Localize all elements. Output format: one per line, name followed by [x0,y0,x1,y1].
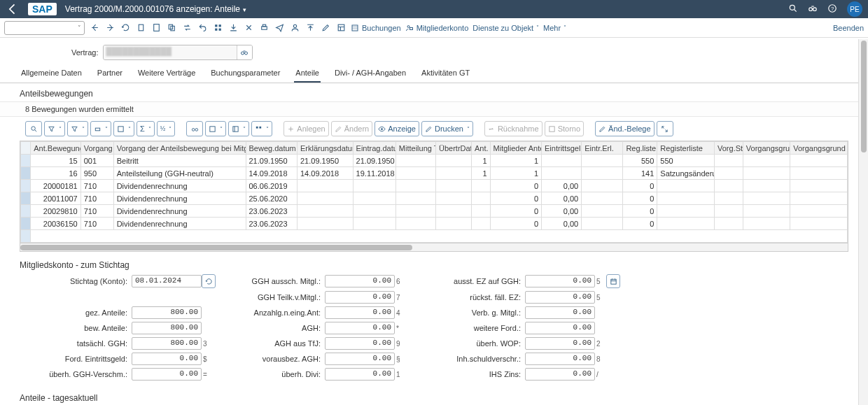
mitgliederkonto-link[interactable]: Mitgliederkonto [405,24,469,32]
field-value[interactable]: 800.00 [132,306,202,319]
grid-icon[interactable] [212,22,223,34]
ruecknahme-button[interactable]: Rücknahme [484,121,542,136]
tab-buchungsparameter[interactable]: Buchungsparameter [209,66,281,83]
avatar[interactable]: PE [847,1,862,17]
edit-icon[interactable] [320,22,331,34]
table-row[interactable]: 15001Beitritt21.09.195021.09.195021.09.1… [21,155,848,167]
sum-button[interactable]: Σ˅ [136,121,155,136]
view-button[interactable]: ˅ [113,121,134,136]
col-mitteilung-tod[interactable]: Mitteilung Tod [396,142,435,155]
col-eintr-erl[interactable]: Eintr.Erl. [582,142,623,155]
anlegen-button[interactable]: Anlegen [284,121,328,136]
command-field[interactable]: ˅ [4,21,85,35]
field-value[interactable]: 0.00 [525,337,595,350]
field-value[interactable]: 0.00 [325,368,395,381]
icon-button[interactable] [606,274,620,288]
tab-aktivitaeten[interactable]: Aktivitäten GT [420,66,471,83]
field-value[interactable]: 800.00 [132,322,202,334]
field-value[interactable]: 0.00 [525,306,595,319]
binoculars-icon[interactable] [808,3,818,15]
tab-partner[interactable]: Partner [96,66,124,83]
field-value[interactable]: 800.00 [132,337,202,350]
anzeige-button[interactable]: Anzeige [374,121,419,136]
beenden-link[interactable]: Beenden [833,24,864,32]
col-vorg-st[interactable]: Vorg.St. [715,142,743,155]
help-icon[interactable]: ? [827,3,837,15]
field-value[interactable]: 0.00 [525,368,595,381]
settings-button[interactable]: ˅ [251,121,272,136]
layout-button[interactable]: ˅ [228,121,249,136]
field-value[interactable]: 0.00 [525,291,595,304]
aendern-button[interactable]: Ändern [331,121,372,136]
filter-button[interactable]: ˅ [44,121,65,136]
copy-icon[interactable] [166,22,177,34]
select-all[interactable] [21,142,31,155]
export-button[interactable]: ˅ [205,121,226,136]
table-row[interactable]: 16950Anteilsteilung (GGH-neutral)14.09.2… [21,167,848,180]
tab-weitere-vertraege[interactable]: Weitere Verträge [136,66,197,83]
nav-back-icon[interactable] [89,22,100,34]
filter2-button[interactable]: ˅ [67,121,88,136]
field-value[interactable]: 0.00 [525,322,595,334]
col-mitglieder-anteile[interactable]: Mitglieder Anteile [490,142,541,155]
field-value[interactable]: 0.00 [325,353,395,365]
table-h-scrollbar[interactable] [20,243,848,251]
dienste-dropdown[interactable]: Dienste zu Objekt ˅ [472,24,539,32]
layout-icon[interactable] [335,22,346,34]
icon-button[interactable] [202,274,216,288]
storno-button[interactable]: Storno [545,121,584,136]
user-icon[interactable] [289,22,300,34]
tab-anteile[interactable]: Anteile [294,66,321,83]
find-button[interactable] [186,121,203,136]
back-icon[interactable] [6,2,20,16]
tab-allgemeine[interactable]: Allgemeine Daten [20,66,83,83]
col-eintrittsgeld[interactable]: Eintrittsgeld [542,142,582,155]
detail-button[interactable] [25,121,42,136]
page-title[interactable]: Vertrag 2000/M.2000.001076 anzeigen: Ant… [65,4,788,14]
col-beweg-datum[interactable]: Beweg.datum [246,142,297,155]
field-value[interactable]: 0.00 [132,353,202,365]
table-row[interactable]: 20036150710Dividendenrechnung23.06.20230… [21,218,848,230]
contract-search-button[interactable] [237,45,252,59]
tool-icon[interactable] [243,22,254,34]
clipboard-icon[interactable] [135,22,146,34]
field-value[interactable]: 0.00 [325,291,395,304]
field-value[interactable]: 0.00 [525,353,595,365]
col-registerliste[interactable]: Registerliste [657,142,715,155]
doc-icon[interactable] [150,22,162,34]
table-row[interactable]: 20011007710Dividendenrechnung25.06.20200… [21,192,848,205]
col-uebertrdat[interactable]: ÜbertrDat [435,142,471,155]
field-value[interactable]: 0.00 [325,275,395,287]
col-vorgangsgrund[interactable]: Vorgangsgrund [743,142,790,155]
field-value[interactable]: 0.00 [325,306,395,319]
col-erklaerungsdatum[interactable]: Erklärungsdatum [297,142,353,155]
col-reg-liste[interactable]: Reg.liste [623,142,657,155]
undo-icon[interactable] [197,22,208,34]
table-row[interactable]: 20029810710Dividendenrechnung23.06.20230… [21,205,848,218]
refresh-icon[interactable] [120,22,131,34]
col-ant[interactable]: Ant. [472,142,491,155]
field-value[interactable]: 0.00 [525,275,595,287]
download-icon[interactable] [227,22,239,34]
mehr-dropdown[interactable]: Mehr ˅ [543,24,566,32]
nav-forward-icon[interactable] [104,22,115,34]
field-value[interactable]: 08.01.2024 [132,275,202,287]
buchungen-link[interactable]: Buchungen [351,24,401,32]
send-icon[interactable] [274,22,285,34]
tab-divi-agh[interactable]: Divi- / AGH-Angaben [333,66,407,83]
col-eintrag-datum[interactable]: Eintrag.datum [353,142,396,155]
col-vorgang-bei[interactable]: Vorgang der Anteilsbewegung bei Mitglied… [113,142,246,155]
print-icon[interactable] [258,22,270,34]
field-value[interactable]: 0.00 [132,368,202,381]
col-vorgang[interactable]: Vorgang [80,142,113,155]
field-value[interactable]: 0.00 [325,322,395,334]
subtotal-button[interactable]: ½˅ [157,121,176,136]
col-ant-bewegung[interactable]: Ant.Bewegung [31,142,80,155]
table-row[interactable]: 20000181710Dividendenrechnung06.06.20190… [21,180,848,192]
contract-field[interactable]: ████████████ [104,45,237,59]
drucken-button[interactable]: Drucken˅ [421,121,473,136]
col-vorgangsgrund-de[interactable]: Vorgangsgrund de [790,142,848,155]
page-v-scrollbar[interactable] [858,39,868,405]
exchange-icon[interactable] [181,22,192,34]
expand-button[interactable] [657,121,673,136]
